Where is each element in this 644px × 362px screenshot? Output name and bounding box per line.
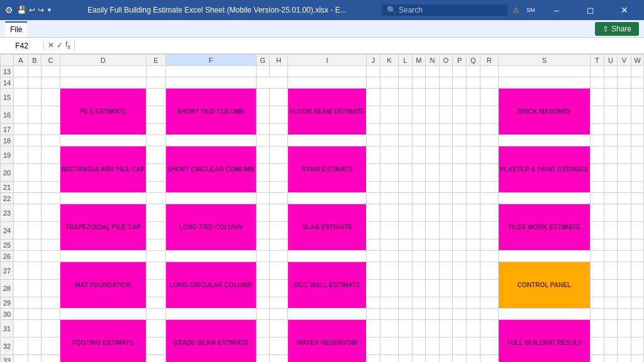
cell-V27[interactable] xyxy=(618,262,631,280)
cell-W27[interactable] xyxy=(631,262,643,280)
cell-W20[interactable] xyxy=(631,164,643,182)
cell-floor-beam-estimate[interactable]: FLOOR BEAM ESTIMATE xyxy=(288,89,367,135)
cell-L22[interactable] xyxy=(399,193,413,204)
cell-L21[interactable] xyxy=(399,182,413,193)
cell-J26[interactable] xyxy=(367,251,380,262)
cell-C18[interactable] xyxy=(42,135,60,146)
cell-H17[interactable] xyxy=(270,124,288,135)
cell-T30[interactable] xyxy=(591,309,604,320)
cell-R20[interactable] xyxy=(480,164,498,182)
cell-K17[interactable] xyxy=(380,124,398,135)
cell-L16[interactable] xyxy=(399,106,413,124)
cell-W19[interactable] xyxy=(631,146,643,164)
cell-M25[interactable] xyxy=(412,239,426,251)
cell-W29[interactable] xyxy=(631,297,643,309)
cell-H31[interactable] xyxy=(270,320,288,337)
cell-N32[interactable] xyxy=(426,337,440,355)
col-header-W[interactable]: W xyxy=(631,55,643,66)
cell-A23[interactable] xyxy=(14,204,28,222)
cell-U15[interactable] xyxy=(604,89,618,106)
cell-G32[interactable] xyxy=(256,337,270,355)
cell-J17[interactable] xyxy=(367,124,380,135)
cell-G15[interactable] xyxy=(256,89,270,106)
cell-B28[interactable] xyxy=(28,280,42,297)
cell-B14[interactable] xyxy=(28,77,42,89)
cell-B31[interactable] xyxy=(28,320,42,337)
cell-E20[interactable] xyxy=(147,164,166,182)
cell-V19[interactable] xyxy=(618,146,631,164)
cell-short-tied-column[interactable]: SHORT TIED COLUMN xyxy=(165,89,256,135)
col-header-V[interactable]: V xyxy=(618,55,631,66)
col-header-G[interactable]: G xyxy=(256,55,270,66)
cell-J22[interactable] xyxy=(367,193,380,204)
cell-O33[interactable] xyxy=(439,355,453,363)
col-header-I[interactable]: I xyxy=(288,55,367,66)
cell-A17[interactable] xyxy=(14,124,28,135)
cell-R33[interactable] xyxy=(480,355,498,363)
col-header-D[interactable]: D xyxy=(60,55,147,66)
cell-R25[interactable] xyxy=(480,239,498,251)
cell-L29[interactable] xyxy=(399,297,413,309)
cell-brick-masonry[interactable]: BRICK MASONRY xyxy=(498,89,590,135)
cell-grade-beam-estimate[interactable]: GRADE BEAM ESTIMATE xyxy=(165,320,256,363)
cell-E18[interactable] xyxy=(147,135,166,146)
cell-U32[interactable] xyxy=(604,337,618,355)
cell-H22[interactable] xyxy=(270,193,288,204)
cell-J14[interactable] xyxy=(367,77,380,89)
cell-J32[interactable] xyxy=(367,337,380,355)
cell-T19[interactable] xyxy=(591,146,604,164)
cell-L18[interactable] xyxy=(399,135,413,146)
cell-W15[interactable] xyxy=(631,89,643,106)
cell-Q17[interactable] xyxy=(466,124,480,135)
cell-A26[interactable] xyxy=(14,251,28,262)
cell-G22[interactable] xyxy=(256,193,270,204)
cell-B19[interactable] xyxy=(28,146,42,164)
cell-J21[interactable] xyxy=(367,182,380,193)
cell-U24[interactable] xyxy=(604,222,618,239)
cell-W33[interactable] xyxy=(631,355,643,363)
cell-G17[interactable] xyxy=(256,124,270,135)
cell-K14[interactable] xyxy=(380,77,398,89)
cell-M16[interactable] xyxy=(412,106,426,124)
confirm-formula-icon[interactable]: ✓ xyxy=(57,41,63,50)
cell-F26[interactable] xyxy=(165,251,256,262)
cell-D18[interactable] xyxy=(60,135,147,146)
cell-N14[interactable] xyxy=(426,77,440,89)
cell-O20[interactable] xyxy=(439,164,453,182)
cell-full-building-result[interactable]: FULL BUILDING RESULT xyxy=(498,320,590,363)
cell-B16[interactable] xyxy=(28,106,42,124)
cell-O32[interactable] xyxy=(439,337,453,355)
cell-O13[interactable] xyxy=(439,66,453,77)
cell-C32[interactable] xyxy=(42,337,60,355)
col-header-E[interactable]: E xyxy=(147,55,166,66)
cell-L27[interactable] xyxy=(399,262,413,280)
cell-N30[interactable] xyxy=(426,309,440,320)
col-header-P[interactable]: P xyxy=(453,55,467,66)
cell-A18[interactable] xyxy=(14,135,28,146)
cell-T32[interactable] xyxy=(591,337,604,355)
cell-G26[interactable] xyxy=(256,251,270,262)
cell-O25[interactable] xyxy=(439,239,453,251)
cell-B25[interactable] xyxy=(28,239,42,251)
cell-K26[interactable] xyxy=(380,251,398,262)
cell-C19[interactable] xyxy=(42,146,60,164)
water-reservoir-button[interactable]: WATER RESERVOIR xyxy=(288,320,366,362)
cell-V23[interactable] xyxy=(618,204,631,222)
cell-A32[interactable] xyxy=(14,337,28,355)
cell-O19[interactable] xyxy=(439,146,453,164)
cell-V22[interactable] xyxy=(618,193,631,204)
cell-K28[interactable] xyxy=(380,280,398,297)
cell-A29[interactable] xyxy=(14,297,28,309)
cell-J31[interactable] xyxy=(367,320,380,337)
cell-I30[interactable] xyxy=(288,309,367,320)
cell-H29[interactable] xyxy=(270,297,288,309)
cell-C22[interactable] xyxy=(42,193,60,204)
cell-W21[interactable] xyxy=(631,182,643,193)
cell-T13[interactable] xyxy=(591,66,604,77)
slab-estimate-button[interactable]: SLAB ESTIMATE xyxy=(288,204,366,250)
cell-I14[interactable] xyxy=(288,77,367,89)
cell-J29[interactable] xyxy=(367,297,380,309)
cell-N33[interactable] xyxy=(426,355,440,363)
cell-A14[interactable] xyxy=(14,77,28,89)
cell-E19[interactable] xyxy=(147,146,166,164)
